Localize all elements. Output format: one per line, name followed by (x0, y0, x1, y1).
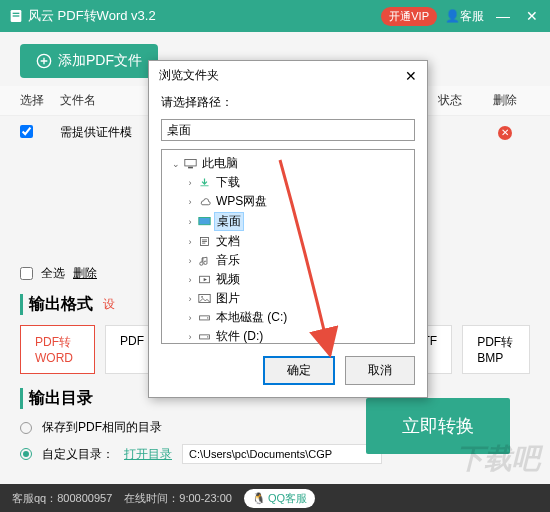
service-link[interactable]: 👤客服 (445, 8, 484, 25)
same-dir-label: 保存到PDF相同的目录 (42, 419, 162, 436)
folder-tree[interactable]: ⌄此电脑 ›下载 ›WPS网盘 ›桌面 ›文档 ›音乐 ›视频 ›图片 ›本地磁… (161, 149, 415, 344)
download-icon (198, 177, 211, 188)
desktop-icon (198, 216, 211, 227)
svg-rect-6 (199, 217, 210, 224)
tree-desktop[interactable]: 桌面 (214, 212, 244, 231)
open-dir-link[interactable]: 打开目录 (124, 446, 172, 463)
tree-wps[interactable]: WPS网盘 (214, 193, 269, 210)
pics-icon (198, 293, 211, 304)
disk-icon (198, 331, 211, 342)
app-icon (8, 8, 24, 24)
path-input[interactable] (182, 444, 382, 464)
expand-icon[interactable]: › (185, 275, 195, 285)
tree-root[interactable]: 此电脑 (200, 155, 240, 172)
tree-pics[interactable]: 图片 (214, 290, 242, 307)
col-select: 选择 (20, 92, 60, 109)
custom-dir-label: 自定义目录： (42, 446, 114, 463)
svg-rect-4 (185, 159, 196, 166)
tree-downloads[interactable]: 下载 (214, 174, 242, 191)
vip-button[interactable]: 开通VIP (381, 7, 437, 26)
svg-rect-5 (188, 167, 193, 169)
expand-icon[interactable]: › (185, 178, 195, 188)
qq-service-button[interactable]: 🐧QQ客服 (244, 489, 315, 508)
dialog-label: 请选择路径： (149, 90, 427, 115)
cancel-button[interactable]: 取消 (345, 356, 415, 385)
svg-point-10 (201, 296, 203, 298)
disk-icon (198, 312, 211, 323)
expand-icon[interactable]: › (185, 332, 195, 342)
expand-icon[interactable]: › (185, 313, 195, 323)
expand-icon[interactable]: › (185, 256, 195, 266)
minimize-button[interactable]: — (492, 8, 514, 24)
add-file-button[interactable]: 添加PDF文件 (20, 44, 158, 78)
tree-docs[interactable]: 文档 (214, 233, 242, 250)
computer-icon (184, 158, 197, 169)
tree-music[interactable]: 音乐 (214, 252, 242, 269)
select-all-label: 全选 (41, 265, 65, 282)
select-all-checkbox[interactable] (20, 267, 33, 280)
radio-custom-dir[interactable] (20, 448, 32, 460)
tree-localdisk[interactable]: 本地磁盘 (C:) (214, 309, 289, 326)
expand-icon[interactable]: › (185, 217, 195, 227)
svg-point-12 (207, 317, 208, 318)
expand-icon[interactable]: › (185, 237, 195, 247)
format-bmp[interactable]: PDF转BMP (462, 325, 530, 374)
settings-link[interactable]: 设 (103, 296, 115, 313)
col-status: 状态 (420, 92, 480, 109)
dialog-path-input[interactable] (161, 119, 415, 141)
video-icon (198, 274, 211, 285)
delete-selected[interactable]: 删除 (73, 265, 97, 282)
app-title: 风云 PDF转Word v3.2 (28, 7, 156, 25)
svg-rect-1 (13, 13, 20, 14)
collapse-icon[interactable]: ⌄ (171, 159, 181, 169)
ok-button[interactable]: 确定 (263, 356, 335, 385)
convert-button[interactable]: 立即转换 (366, 398, 510, 454)
status-qq: 客服qq：800800957 (12, 491, 112, 506)
row-checkbox[interactable] (20, 125, 33, 138)
expand-icon[interactable]: › (185, 294, 195, 304)
status-bar: 客服qq：800800957 在线时间：9:00-23:00 🐧QQ客服 (0, 484, 550, 512)
dialog-title: 浏览文件夹 (159, 67, 219, 84)
expand-icon[interactable]: › (185, 197, 195, 207)
dialog-close-icon[interactable]: ✕ (405, 68, 417, 84)
tree-video[interactable]: 视频 (214, 271, 242, 288)
format-word[interactable]: PDF转WORD (20, 325, 95, 374)
svg-rect-2 (13, 15, 20, 16)
browse-folder-dialog: 浏览文件夹 ✕ 请选择路径： ⌄此电脑 ›下载 ›WPS网盘 ›桌面 ›文档 ›… (148, 60, 428, 398)
plus-icon (36, 53, 52, 69)
svg-point-14 (207, 336, 208, 337)
tree-soft[interactable]: 软件 (D:) (214, 328, 265, 344)
music-icon (198, 255, 211, 266)
col-delete: 删除 (480, 92, 530, 109)
close-button[interactable]: ✕ (522, 8, 542, 24)
docs-icon (198, 236, 211, 247)
row-delete-icon[interactable]: ✕ (498, 126, 512, 140)
status-hours: 在线时间：9:00-23:00 (124, 491, 232, 506)
title-bar: 风云 PDF转Word v3.2 开通VIP 👤客服 — ✕ (0, 0, 550, 32)
cloud-icon (198, 196, 211, 207)
radio-same-dir[interactable] (20, 422, 32, 434)
